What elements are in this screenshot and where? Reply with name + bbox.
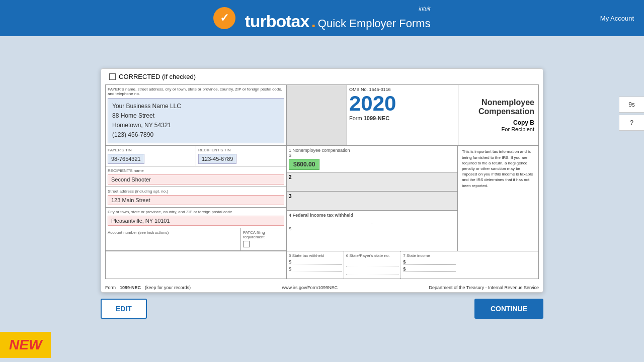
box4-dollar: $ bbox=[289, 226, 455, 231]
fatca-checkbox[interactable] bbox=[243, 241, 250, 247]
omb-block: OMB No. 1545-0116 2020 Form 1099-NEC bbox=[347, 85, 458, 146]
header: ✓ intuit turbotax. Quick Employer Forms … bbox=[0, 0, 644, 36]
corrected-checkbox[interactable] bbox=[109, 73, 116, 80]
form-container: CORRECTED (if checked) PAYER'S name, str… bbox=[101, 68, 543, 293]
box1-cell: 1 Nonemployee compensation $ $600.00 bbox=[287, 146, 457, 172]
box1-dollar: $ bbox=[289, 153, 455, 158]
title-block: Nonemployee Compensation Copy B For Reci… bbox=[458, 85, 538, 146]
form-footer: Form 1099-NEC (keep for your records) ww… bbox=[101, 283, 543, 292]
footer-dept: Department of the Treasury - Internal Re… bbox=[429, 285, 539, 290]
box4-cell: 4 Federal income tax withheld - $ bbox=[287, 211, 457, 251]
state-row: 5 State tax withheld $ $ 6 State/Payer's… bbox=[106, 251, 538, 279]
footer-left: Form 1099-NEC (keep for your records) bbox=[105, 285, 191, 290]
state-left-filler bbox=[106, 251, 287, 279]
brand-area: ✓ intuit turbotax. Quick Employer Forms bbox=[213, 6, 430, 31]
payer-address2: Hometown, NY 54321 bbox=[112, 121, 280, 130]
tin-comp-row: PAYER'S TIN 98-7654321 RECIPIENT'S TIN 1… bbox=[106, 146, 538, 251]
tin-section: PAYER'S TIN 98-7654321 RECIPIENT'S TIN 1… bbox=[106, 146, 287, 251]
box5-line2: $ bbox=[289, 266, 342, 272]
account-cell: Account number (see instructions) bbox=[106, 228, 241, 250]
box1-label: 1 Nonemployee compensation bbox=[289, 148, 455, 153]
payer-block: PAYER'S name, street address, city or to… bbox=[106, 85, 287, 146]
payer-address1: 88 Home Street bbox=[112, 111, 280, 121]
intuit-checkmark-icon: ✓ bbox=[213, 7, 235, 29]
recipient-tin-cell: RECIPIENT'S TIN 123-45-6789 bbox=[196, 146, 286, 166]
state-boxes: 5 State tax withheld $ $ 6 State/Payer's… bbox=[287, 251, 458, 279]
corrected-row: CORRECTED (if checked) bbox=[101, 69, 543, 84]
new-badge: NEW bbox=[0, 332, 51, 358]
street-address-label: Street address (including apt. no.) bbox=[108, 189, 284, 194]
payer-name: Your Business Name LLC bbox=[112, 102, 280, 111]
payer-tin-value: 98-7654321 bbox=[108, 154, 144, 164]
footer-form-label: Form bbox=[105, 285, 116, 290]
city-label: City or town, state or province, country… bbox=[108, 210, 284, 214]
state-right-filler bbox=[458, 251, 538, 279]
form-top-section: PAYER'S name, street address, city or to… bbox=[106, 85, 538, 146]
box1-value: $600.00 bbox=[289, 159, 319, 170]
box5-line1: $ bbox=[289, 259, 342, 265]
footer-url: www.irs.gov/Form1099NEC bbox=[282, 285, 338, 290]
year-display: 2020 bbox=[349, 93, 456, 114]
city-value: Pleasantville, NY 10101 bbox=[108, 216, 284, 226]
payer-tin-cell: PAYER'S TIN 98-7654321 bbox=[106, 146, 196, 166]
box7-line2: $ bbox=[403, 266, 456, 272]
form-number-label: Form 1099-NEC bbox=[349, 115, 456, 121]
recipient-tin-value: 123-45-6789 bbox=[198, 154, 236, 164]
recipient-name-value: Second Shooter bbox=[108, 174, 284, 185]
tin-inner-row: PAYER'S TIN 98-7654321 RECIPIENT'S TIN 1… bbox=[106, 146, 286, 166]
main-area: NEW 9s ? CORRECTED (if checked) PAYER'S … bbox=[0, 36, 644, 362]
box7-line1: $ bbox=[403, 259, 456, 265]
box6-label: 6 State/Payer's state no. bbox=[346, 253, 399, 258]
box2-num: 2 bbox=[289, 174, 292, 180]
box3-cell: 3 bbox=[287, 192, 457, 211]
box5-cell: 5 State tax withheld $ $ bbox=[287, 251, 344, 279]
city-cell: City or town, state or province, country… bbox=[106, 208, 286, 228]
intuit-label: intuit bbox=[245, 6, 430, 12]
form-body: PAYER'S name, street address, city or to… bbox=[105, 84, 539, 280]
box7-label: 7 State income bbox=[403, 253, 456, 258]
box2-cell: 2 bbox=[287, 172, 457, 192]
sidebar-tab-9s[interactable]: 9s bbox=[619, 97, 644, 113]
fatca-account-row: Account number (see instructions) FATCA … bbox=[106, 228, 286, 251]
street-address-cell: Street address (including apt. no.) 123 … bbox=[106, 187, 286, 208]
recipient-name-label: RECIPIENT'S name bbox=[108, 168, 284, 173]
continue-button[interactable]: CONTINUE bbox=[474, 299, 543, 319]
copy-b-block: Copy B For Recipient bbox=[502, 119, 534, 132]
box4-label: 4 Federal income tax withheld bbox=[289, 213, 455, 218]
box3-num: 3 bbox=[289, 194, 292, 199]
copy-b-label: Copy B bbox=[502, 119, 534, 126]
boxes-section: 1 Nonemployee compensation $ $600.00 2 3 bbox=[287, 146, 458, 251]
box7-cell: 7 State income $ $ bbox=[401, 251, 458, 279]
box6-line1 bbox=[346, 259, 399, 266]
bottom-bar: EDIT CONTINUE bbox=[101, 293, 543, 325]
corrected-label: CORRECTED (if checked) bbox=[119, 73, 196, 80]
info-block: This is important tax information and is… bbox=[458, 146, 538, 251]
recipient-tin-label: RECIPIENT'S TIN bbox=[198, 148, 284, 152]
payer-address-box: Your Business Name LLC 88 Home Street Ho… bbox=[108, 98, 284, 144]
gray-middle-block bbox=[287, 85, 347, 146]
box4-value: - bbox=[289, 221, 455, 226]
for-recipient-label: For Recipient bbox=[502, 126, 534, 132]
form-title: Nonemployee Compensation bbox=[478, 98, 534, 116]
fatca-label: FATCA filing requirement bbox=[243, 230, 284, 239]
box5-label: 5 State tax withheld bbox=[289, 253, 342, 258]
sidebar-tab-help[interactable]: ? bbox=[619, 115, 644, 131]
payer-tin-label: PAYER'S TIN bbox=[108, 148, 194, 152]
footer-keep-label: (keep for your records) bbox=[145, 285, 191, 290]
recipient-name-cell: RECIPIENT'S name Second Shooter bbox=[106, 166, 286, 187]
right-sidebar: 9s ? bbox=[619, 97, 644, 131]
footer-form-number: 1099-NEC bbox=[120, 285, 141, 290]
payer-phone: (123) 456-7890 bbox=[112, 130, 280, 140]
payer-block-label: PAYER'S name, street address, city or to… bbox=[108, 87, 284, 96]
box6-line2 bbox=[346, 268, 399, 275]
my-account-link[interactable]: My Account bbox=[600, 15, 634, 22]
brand-text-area: intuit turbotax. Quick Employer Forms bbox=[245, 6, 430, 31]
street-address-value: 123 Main Street bbox=[108, 195, 284, 205]
edit-button[interactable]: EDIT bbox=[101, 299, 147, 319]
fatca-cell: FATCA filing requirement bbox=[241, 228, 286, 250]
subtitle-label: Quick Employer Forms bbox=[318, 17, 431, 30]
box6-cell: 6 State/Payer's state no. bbox=[344, 251, 401, 279]
turbotax-label: turbotax bbox=[245, 12, 309, 31]
account-label: Account number (see instructions) bbox=[108, 230, 238, 235]
